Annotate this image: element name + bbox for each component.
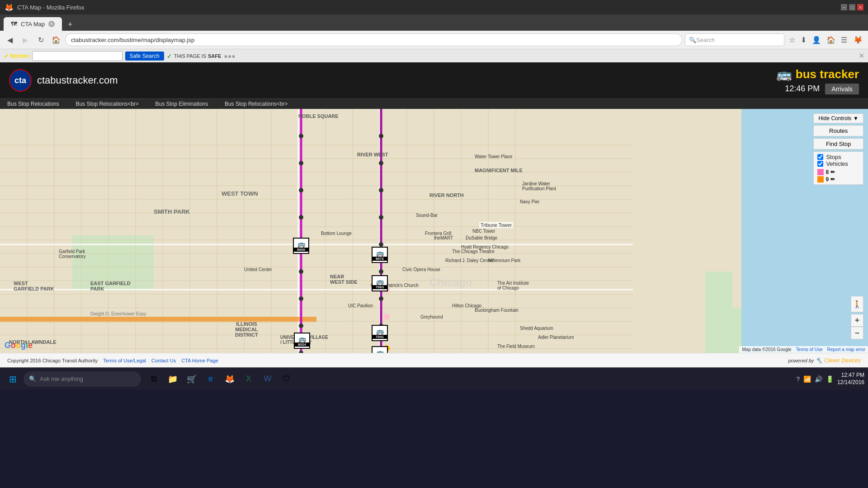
forward-button[interactable]: ▶ (19, 33, 32, 46)
zoom-in-button[interactable]: + (851, 314, 863, 327)
vehicles-checkbox[interactable] (817, 161, 823, 167)
bus-marker-8072[interactable]: 🚌 8072 (372, 247, 388, 263)
taskbar-icon-store[interactable]: 🛒 (183, 370, 201, 388)
label-jardine-water: Jardine WaterPurification Plant (522, 181, 556, 191)
cta-home-link[interactable]: CTA Home Page (181, 358, 218, 363)
alert-3: Bus Stop Eliminations (156, 101, 208, 107)
arrivals-button[interactable]: Arrivals (825, 84, 859, 94)
label-united-center: United Center (244, 267, 272, 272)
stops-checkbox[interactable] (817, 154, 823, 160)
back-button[interactable]: ◀ (4, 33, 16, 46)
label-bottom-lounge: Bottom Lounge (321, 231, 352, 236)
svg-point-61 (383, 314, 390, 320)
time-arrivals: 12:46 PM Arrivals (785, 84, 859, 94)
stops-label: Stops (826, 154, 841, 160)
zoom-out-button[interactable]: − (851, 327, 863, 339)
new-tab-button[interactable]: + (64, 18, 76, 31)
label-civic-opera: Civic Opera House (402, 267, 440, 272)
windows-logo-icon: ⊞ (9, 374, 17, 385)
more-dots[interactable]: ●●● (224, 52, 235, 60)
stops-checkbox-row[interactable]: Stops (817, 154, 859, 160)
page-footer: Copyright 2016 Chicago Transit Authority… (0, 353, 868, 367)
route-9-edit-icon[interactable]: ✏ (830, 176, 835, 183)
nav-bar: ◀ ▶ ↻ 🏠 🔍 Search ☆ ⬇ 👤 🏠 ☰ 🦊 (0, 31, 868, 49)
minimize-button[interactable]: ─ (841, 4, 847, 10)
map-attribution: Map data ©2016 Google Terms of Use Repor… (739, 346, 868, 353)
label-eisenhower: Dwight D. Eisenhower Expy (90, 311, 146, 316)
check-icon: ✓ (167, 52, 172, 60)
report-link[interactable]: Report a map error (827, 347, 865, 352)
reload-button[interactable]: ↻ (34, 33, 47, 46)
label-noble-square: NOBLE SQUARE (298, 113, 339, 119)
bus-marker-7063[interactable]: 🚌 7063 (372, 275, 388, 291)
find-stop-button[interactable]: Find Stop (813, 138, 863, 150)
norton-search-input[interactable] (32, 51, 123, 61)
safe-badge-text: THIS PAGE IS (174, 53, 206, 59)
bus-marker-8024[interactable]: 🚌 8024 (294, 333, 310, 349)
map-container[interactable]: SMITH PARK WEST TOWN NOBLE SQUARE RIVER … (0, 109, 868, 353)
label-dusable-bridge: DuSable Bridge (466, 235, 497, 240)
window-controls[interactable]: ─ □ ✕ (841, 4, 863, 10)
label-river-north: RIVER NORTH (429, 192, 464, 198)
route-8-item[interactable]: 8 ✏ (817, 169, 859, 175)
maximize-button[interactable]: □ (849, 4, 855, 10)
firefox-icon[interactable]: 🦊 (852, 34, 864, 46)
chevron-down-icon: ▼ (853, 115, 859, 122)
taskbar-clock[interactable]: 12:47 PM 12/14/2016 (837, 372, 864, 386)
map-controls-panel: Hide Controls ▼ Routes Find Stop Stops V… (813, 113, 863, 185)
active-tab[interactable]: 🗺 CTA Map ✕ (4, 17, 62, 31)
taskbar-search[interactable]: 🔍 Ask me anything (24, 371, 141, 387)
bookmark-icon[interactable]: ☆ (787, 34, 797, 46)
norton-close-icon[interactable]: ✕ (859, 52, 864, 60)
pegman-icon[interactable]: 🚶 (851, 296, 863, 312)
close-button[interactable]: ✕ (857, 4, 863, 10)
svg-point-45 (299, 215, 303, 220)
home-nav-icon[interactable]: 🏠 (825, 34, 837, 46)
svg-point-43 (299, 161, 303, 165)
routes-button[interactable]: Routes (813, 125, 863, 136)
volume-icon[interactable]: 🔊 (815, 375, 822, 383)
system-tray: ? 📶 🔊 🔋 (796, 375, 834, 383)
network-icon[interactable]: 📶 (803, 375, 811, 383)
taskbar-icon-explorer[interactable]: 📁 (164, 370, 182, 388)
taskbar-icon-cortana[interactable]: ⧉ (145, 370, 163, 388)
taskbar-icon-word[interactable]: W (259, 370, 277, 388)
profile-icon[interactable]: 👤 (810, 34, 823, 46)
search-bar[interactable]: 🔍 Search (685, 33, 784, 46)
taskbar-date: 12/14/2016 (837, 379, 864, 386)
taskbar-icon-security[interactable]: 🛡 (278, 370, 296, 388)
download-icon[interactable]: ⬇ (799, 34, 808, 46)
route-9-item[interactable]: 9 ✏ (817, 176, 859, 183)
terms-footer-link[interactable]: Terms of Use/Legal (103, 358, 146, 363)
question-icon[interactable]: ? (796, 375, 800, 383)
bus-marker-8201[interactable]: 🚌 8201 (372, 346, 388, 353)
hide-controls-button[interactable]: Hide Controls ▼ (813, 113, 863, 123)
route-8-edit-icon[interactable]: ✏ (830, 169, 835, 175)
alert-1: Bus Stop Relocations (7, 101, 59, 107)
svg-point-47 (299, 269, 303, 274)
battery-icon[interactable]: 🔋 (826, 375, 834, 383)
label-navy-pier: Navy Pier (520, 199, 539, 204)
svg-point-42 (299, 134, 303, 138)
taskbar-icon-edge[interactable]: e (202, 370, 220, 388)
bus-marker-8660[interactable]: 🚌 8660 (293, 238, 309, 254)
bus-marker-7041[interactable]: 🚌 7041 (372, 325, 388, 341)
start-button[interactable]: ⊞ (4, 370, 22, 388)
bus-tracker-logo: 🚌 bus tracker (776, 67, 859, 82)
safe-search-button[interactable]: Safe Search (125, 52, 164, 61)
settings-icon[interactable]: ☰ (839, 34, 849, 46)
url-bar[interactable] (65, 33, 682, 46)
label-the-mart: theMART (434, 235, 453, 240)
home-button[interactable]: 🏠 (50, 33, 62, 46)
taskbar-time: 12:47 PM (837, 372, 864, 379)
label-uic-pavilion: UIC Pavilion (348, 303, 373, 308)
taskbar-icon-firefox[interactable]: 🦊 (221, 370, 239, 388)
taskbar-icon-excel[interactable]: X (240, 370, 258, 388)
contact-link[interactable]: Contact Us (151, 358, 176, 363)
terms-link[interactable]: Terms of Use (796, 347, 823, 352)
svg-point-48 (299, 296, 303, 301)
label-smith-park: SMITH PARK (154, 208, 190, 215)
label-chicago: Chicago (429, 276, 472, 289)
tab-close-button[interactable]: ✕ (48, 21, 55, 27)
vehicles-checkbox-row[interactable]: Vehicles (817, 160, 859, 167)
